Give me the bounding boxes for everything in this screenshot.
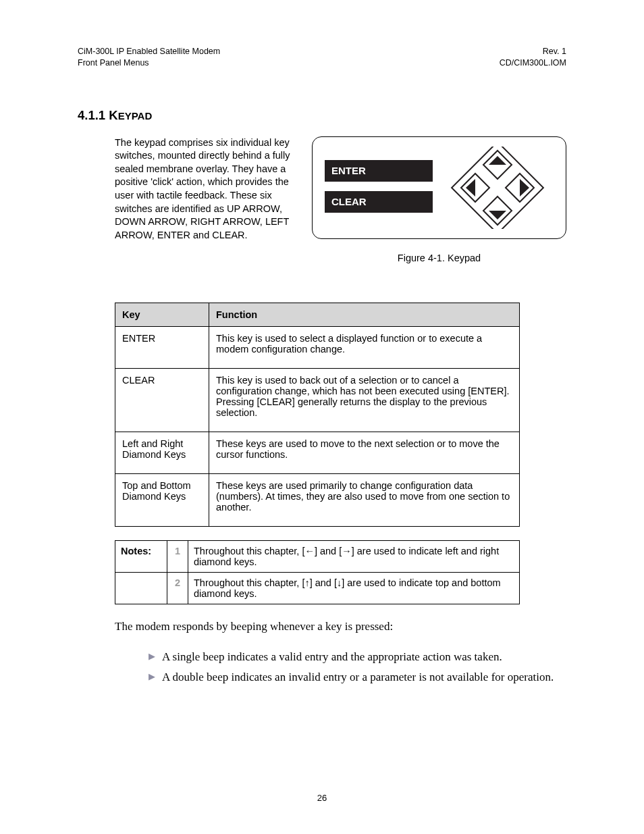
notes-table: Notes: 1 Throughout this chapter, [←] an… — [115, 540, 520, 604]
header-right-line2: CD/CIM300L.IOM — [500, 57, 566, 69]
bullet-list: ▶ A single beep indicates a valid entry … — [149, 648, 566, 687]
enter-key: ENTER — [325, 160, 433, 182]
cell-key: ENTER — [115, 326, 209, 368]
intro-row: The keypad comprises six individual key … — [78, 136, 566, 263]
page-header: CiM-300L IP Enabled Satellite Modem Fron… — [78, 46, 566, 69]
keypad-box: ENTER CLEAR — [312, 136, 566, 239]
header-left: CiM-300L IP Enabled Satellite Modem Fron… — [78, 46, 220, 69]
header-left-line2: Front Panel Menus — [78, 57, 220, 69]
section-title-cap: K — [109, 108, 117, 122]
cell-func: These keys are used to move to the next … — [209, 432, 520, 473]
note-number: 2 — [167, 572, 188, 604]
section-number: 4.1.1 — [78, 108, 105, 122]
body-paragraph: The modem responds by beeping whenever a… — [115, 619, 566, 635]
bullet-text: A single beep indicates a valid entry an… — [162, 648, 502, 666]
table-row: CLEAR This key is used to back out of a … — [115, 368, 520, 432]
cell-key: Top and Bottom Diamond Keys — [115, 473, 209, 526]
cell-func: These keys are used primarily to change … — [209, 473, 520, 526]
bullet-marker-icon: ▶ — [149, 648, 155, 666]
figure-caption: Figure 4-1. Keypad — [312, 253, 566, 263]
page-number: 26 — [0, 793, 644, 803]
notes-label: Notes: — [115, 540, 167, 572]
cell-func: This key is used to select a displayed f… — [209, 326, 520, 368]
keypad-figure: ENTER CLEAR — [312, 136, 566, 263]
note-number: 1 — [167, 540, 188, 572]
table-row: Top and Bottom Diamond Keys These keys a… — [115, 473, 520, 526]
cell-key: Left and Right Diamond Keys — [115, 432, 209, 473]
key-function-table: Key Function ENTER This key is used to s… — [115, 303, 520, 527]
table-row: ENTER This key is used to select a displ… — [115, 326, 520, 368]
note-row: Notes: 1 Throughout this chapter, [←] an… — [115, 540, 520, 572]
diamond-keys-icon — [440, 147, 555, 229]
header-right-line1: Rev. 1 — [500, 46, 566, 57]
clear-key: CLEAR — [325, 191, 433, 213]
section-title-rest: EYPAD — [118, 110, 153, 122]
list-item: ▶ A double beep indicates an invalid ent… — [149, 669, 566, 686]
note-row: 2 Throughout this chapter, [↑] and [↓] a… — [115, 572, 520, 604]
cell-key: CLEAR — [115, 368, 209, 432]
bullet-text: A double beep indicates an invalid entry… — [162, 669, 554, 686]
note-text: Throughout this chapter, [←] and [→] are… — [188, 540, 520, 572]
table-row: Left and Right Diamond Keys These keys a… — [115, 432, 520, 473]
table-head-func: Function — [209, 303, 520, 326]
page: CiM-300L IP Enabled Satellite Modem Fron… — [0, 0, 644, 834]
bullet-marker-icon: ▶ — [149, 669, 155, 686]
note-text: Throughout this chapter, [↑] and [↓] are… — [188, 572, 520, 604]
list-item: ▶ A single beep indicates a valid entry … — [149, 648, 566, 666]
cell-func: This key is used to back out of a select… — [209, 368, 520, 432]
notes-label-empty — [115, 572, 167, 604]
header-right: Rev. 1 CD/CIM300L.IOM — [500, 46, 566, 69]
intro-paragraph: The keypad comprises six individual key … — [115, 136, 296, 242]
table-head-key: Key — [115, 303, 209, 326]
section-heading: 4.1.1 KEYPAD — [78, 108, 566, 123]
header-left-line1: CiM-300L IP Enabled Satellite Modem — [78, 46, 220, 57]
